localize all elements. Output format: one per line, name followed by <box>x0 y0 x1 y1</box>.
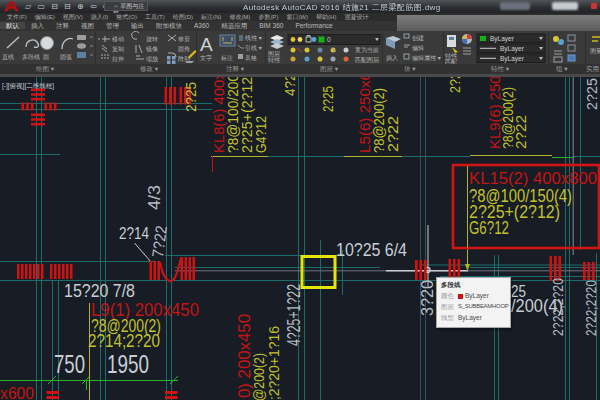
svg-text:文字: 文字 <box>200 54 212 61</box>
svg-text:ByLayer: ByLayer <box>500 45 525 53</box>
svg-text:圆弧: 圆弧 <box>60 54 72 61</box>
svg-text:引线 ▾: 引线 ▾ <box>245 45 262 52</box>
svg-text:2?22;2?20: 2?22;2?20 <box>582 280 599 336</box>
svg-text:2?14: 2?14 <box>119 224 149 243</box>
svg-text:特性: 特性 <box>268 57 281 64</box>
svg-text:标注: 标注 <box>220 54 233 62</box>
svg-text:G4?12: G4?12 <box>252 116 269 153</box>
svg-text:镜像: 镜像 <box>145 45 158 53</box>
svg-text:多段线: 多段线 <box>22 54 40 60</box>
svg-text:2?25: 2?25 <box>319 86 336 112</box>
svg-text:复制: 复制 <box>112 46 124 53</box>
svg-text:匹配图层: 匹配图层 <box>355 56 379 64</box>
svg-text:4?25+1?22: 4?25+1?22 <box>283 284 304 346</box>
svg-text:ByLayer: ByLayer <box>500 55 525 63</box>
svg-text:1950: 1950 <box>107 350 149 378</box>
svg-text:编辑属性 ▾: 编辑属性 ▾ <box>412 55 441 61</box>
svg-text:圆: 圆 <box>43 54 49 61</box>
svg-text:2?25: 2?25 <box>583 78 600 110</box>
svg-text:G6?12: G6?12 <box>469 218 509 238</box>
svg-text:2?25: 2?25 <box>446 77 463 93</box>
svg-text:2?22: 2?22 <box>384 116 401 152</box>
svg-text:2?22;2?20: 2?22;2?20 <box>549 278 566 336</box>
svg-text:拉伸: 拉伸 <box>112 56 124 62</box>
svg-text:移动: 移动 <box>112 36 124 43</box>
svg-text:3?20: 3?20 <box>419 280 436 316</box>
svg-text:0: 0 <box>327 36 331 43</box>
svg-text:A: A <box>200 34 213 55</box>
svg-text:修剪: 修剪 <box>178 35 190 43</box>
svg-text:;2?20+1?16: ;2?20+1?16 <box>265 326 282 400</box>
svg-text:15?20 7/8: 15?20 7/8 <box>64 280 135 301</box>
svg-text:缩放: 缩放 <box>146 55 158 63</box>
svg-text:[-][俯视][二维线框]: [-][俯视][二维线框] <box>2 82 54 90</box>
svg-text:4/3: 4/3 <box>146 185 163 210</box>
svg-text:测量: 测量 <box>589 47 600 54</box>
svg-text:圆角: 圆角 <box>178 46 190 53</box>
svg-text:旋转: 旋转 <box>146 36 158 43</box>
svg-text:250x600: 250x600 <box>0 384 34 400</box>
svg-text:创建: 创建 <box>412 35 424 42</box>
svg-text:10?25 6/4: 10?25 6/4 <box>336 240 407 260</box>
svg-text:置为当前: 置为当前 <box>355 46 379 54</box>
svg-text:插入: 插入 <box>386 55 398 62</box>
svg-text:2?25: 2?25 <box>182 82 199 112</box>
svg-text:2?22: 2?22 <box>512 115 529 149</box>
svg-text:4?25: 4?25 <box>281 77 298 96</box>
svg-text:直线: 直线 <box>2 54 14 60</box>
svg-text:编辑: 编辑 <box>412 45 424 51</box>
svg-text:ByLayer: ByLayer <box>490 35 515 43</box>
svg-text:表格: 表格 <box>244 54 257 62</box>
svg-text:750: 750 <box>54 350 85 378</box>
svg-text:线性 ▾: 线性 ▾ <box>245 35 262 41</box>
svg-text:2?14;2?20: 2?14;2?20 <box>88 331 160 351</box>
